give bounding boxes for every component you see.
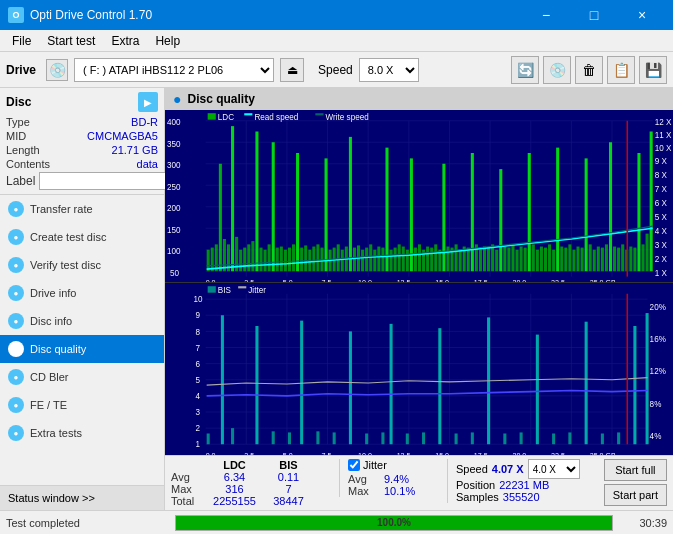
svg-rect-210 xyxy=(552,434,555,445)
menu-file[interactable]: File xyxy=(4,32,39,50)
mid-value: CMCMAGBA5 xyxy=(87,130,158,142)
nav-items: ● Transfer rate ● Create test disc ● Ver… xyxy=(0,195,164,485)
maximize-button[interactable]: □ xyxy=(571,0,617,30)
refresh-icon[interactable]: 🔄 xyxy=(511,56,539,84)
jitter-checkbox[interactable] xyxy=(348,459,360,471)
svg-rect-127 xyxy=(646,234,649,272)
svg-text:6 X: 6 X xyxy=(655,197,668,207)
sidebar-item-verify-test-disc[interactable]: ● Verify test disc xyxy=(0,251,164,279)
svg-rect-189 xyxy=(221,315,224,444)
app-icon: O xyxy=(8,7,24,23)
svg-rect-98 xyxy=(528,153,531,271)
sidebar-item-extra-tests[interactable]: ● Extra tests xyxy=(0,419,164,447)
menu-bar: File Start test Extra Help xyxy=(0,30,673,52)
speed-select[interactable]: 8.0 X xyxy=(359,58,419,82)
svg-text:8 X: 8 X xyxy=(655,170,668,180)
drive-disc-icon: 💿 xyxy=(46,59,68,81)
svg-rect-21 xyxy=(215,244,218,271)
sidebar-item-drive-info[interactable]: ● Drive info xyxy=(0,279,164,307)
status-window-label: Status window >> xyxy=(8,492,95,504)
svg-text:4 X: 4 X xyxy=(655,225,668,235)
disc-panel-icon[interactable]: ▶ xyxy=(138,92,158,112)
length-value: 21.71 GB xyxy=(112,144,158,156)
bis-col-header: BIS xyxy=(266,459,311,471)
svg-rect-211 xyxy=(568,432,571,444)
svg-text:5: 5 xyxy=(195,375,200,385)
svg-text:9: 9 xyxy=(195,310,200,320)
svg-rect-30 xyxy=(251,241,254,271)
create-test-disc-label: Create test disc xyxy=(30,231,106,243)
sidebar-item-disc-quality[interactable]: ● Disc quality xyxy=(0,335,164,363)
svg-rect-23 xyxy=(223,239,226,271)
svg-rect-78 xyxy=(446,247,449,272)
svg-rect-40 xyxy=(292,244,295,271)
close-button[interactable]: × xyxy=(619,0,665,30)
svg-rect-191 xyxy=(255,326,258,444)
svg-text:50: 50 xyxy=(170,267,179,277)
svg-rect-48 xyxy=(325,158,328,271)
svg-text:7.5: 7.5 xyxy=(321,278,331,282)
menu-start-test[interactable]: Start test xyxy=(39,32,103,50)
svg-rect-115 xyxy=(597,247,600,272)
sidebar-item-disc-info[interactable]: ● Disc info xyxy=(0,307,164,335)
svg-rect-38 xyxy=(284,250,287,272)
time-text: 30:39 xyxy=(617,517,667,529)
max-label: Max xyxy=(171,483,203,495)
svg-rect-22 xyxy=(219,164,222,272)
svg-rect-195 xyxy=(316,431,319,444)
svg-text:4: 4 xyxy=(195,391,200,401)
svg-rect-200 xyxy=(390,324,393,444)
drive-select[interactable]: ( F: ) ATAPI iHBS112 2 PL06 xyxy=(74,58,274,82)
svg-text:1 X: 1 X xyxy=(655,267,668,277)
start-full-button[interactable]: Start full xyxy=(604,459,667,481)
length-label: Length xyxy=(6,144,40,156)
svg-rect-63 xyxy=(385,148,388,272)
svg-rect-105 xyxy=(556,148,559,272)
disc-icon[interactable]: 💿 xyxy=(543,56,571,84)
svg-rect-114 xyxy=(593,250,596,272)
menu-help[interactable]: Help xyxy=(147,32,188,50)
svg-text:300: 300 xyxy=(167,160,181,170)
status-bar: Test completed 100.0% 30:39 xyxy=(0,510,673,534)
svg-text:Jitter: Jitter xyxy=(248,284,266,294)
status-window-header[interactable]: Status window >> xyxy=(0,486,164,510)
svg-rect-101 xyxy=(540,247,543,272)
svg-rect-204 xyxy=(455,434,458,445)
start-part-button[interactable]: Start part xyxy=(604,484,667,506)
progress-container: 100.0% xyxy=(175,515,613,531)
copy-icon[interactable]: 📋 xyxy=(607,56,635,84)
avg-label: Avg xyxy=(171,471,203,483)
sidebar-item-create-test-disc[interactable]: ● Create test disc xyxy=(0,223,164,251)
erase-icon[interactable]: 🗑 xyxy=(575,56,603,84)
disc-panel-title: Disc xyxy=(6,95,31,109)
svg-rect-58 xyxy=(365,248,368,272)
sidebar-item-cd-bler[interactable]: ● CD Bler xyxy=(0,363,164,391)
svg-rect-110 xyxy=(576,247,579,272)
avg-ldc: 6.34 xyxy=(207,471,262,483)
jitter-avg-val: 9.4% xyxy=(384,473,409,485)
svg-rect-246 xyxy=(238,286,246,288)
svg-rect-71 xyxy=(418,244,421,271)
speed-stat-select[interactable]: 4.0 X xyxy=(528,459,580,479)
svg-rect-42 xyxy=(300,248,303,272)
svg-rect-36 xyxy=(276,248,279,272)
sidebar-item-fe-te[interactable]: ● FE / TE xyxy=(0,391,164,419)
eject-button[interactable]: ⏏ xyxy=(280,58,304,82)
sidebar-item-transfer-rate[interactable]: ● Transfer rate xyxy=(0,195,164,223)
cd-bler-icon: ● xyxy=(8,369,24,385)
svg-text:5.0: 5.0 xyxy=(283,451,293,455)
svg-rect-27 xyxy=(239,250,242,272)
max-ldc: 316 xyxy=(207,483,262,495)
content-area: ● Disc quality xyxy=(165,88,673,510)
svg-rect-51 xyxy=(337,244,340,271)
minimize-button[interactable]: − xyxy=(523,0,569,30)
menu-extra[interactable]: Extra xyxy=(103,32,147,50)
svg-rect-29 xyxy=(247,244,250,271)
save-icon[interactable]: 💾 xyxy=(639,56,667,84)
disc-label-input[interactable] xyxy=(39,172,172,190)
svg-rect-25 xyxy=(231,126,234,271)
transfer-rate-icon: ● xyxy=(8,201,24,217)
svg-rect-124 xyxy=(633,248,636,272)
fe-te-label: FE / TE xyxy=(30,399,67,411)
svg-text:200: 200 xyxy=(167,203,181,213)
